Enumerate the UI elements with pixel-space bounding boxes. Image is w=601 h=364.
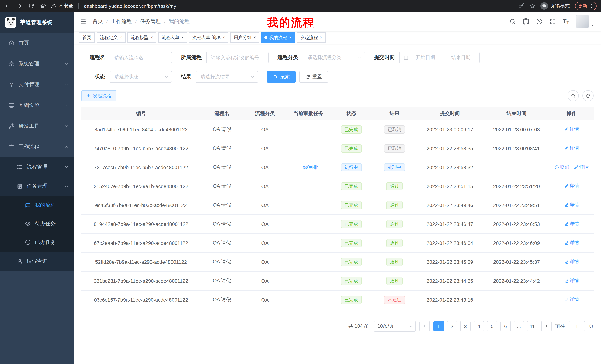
detail-link[interactable]: 详情	[564, 145, 579, 152]
sidebar-item-leave-query[interactable]: 请假查询	[0, 252, 74, 271]
help-icon[interactable]	[536, 18, 543, 25]
caret-down-icon[interactable]	[591, 23, 595, 28]
refresh-icon	[586, 93, 591, 98]
avatar[interactable]	[576, 15, 589, 28]
sidebar-item-task-mgmt[interactable]: 任务管理	[0, 177, 74, 196]
detail-link[interactable]: 详情	[564, 183, 579, 189]
security-chip[interactable]: 不安全	[51, 3, 73, 9]
detail-link[interactable]: 详情	[564, 278, 579, 284]
tab-start-process[interactable]: 发起流程×	[297, 32, 326, 43]
detail-link[interactable]: 详情	[564, 221, 579, 227]
goto-page-input[interactable]	[569, 321, 585, 331]
more-pages-button[interactable]: ...	[514, 321, 524, 331]
tab-process-form-edit[interactable]: 流程表单-编辑×	[189, 32, 229, 43]
forward-button[interactable]	[16, 3, 22, 9]
sidebar-item-label: 待办任务	[35, 220, 56, 227]
close-icon[interactable]: ×	[181, 35, 184, 40]
fullscreen-icon[interactable]	[550, 18, 556, 25]
url-text[interactable]: dashboard.yudao.iocoder.cn/bpm/task/my	[84, 3, 176, 9]
page-button-5[interactable]: 5	[487, 321, 497, 331]
process-id-cell: 3ad174fb-7b9d-11ec-8404-acde48001122	[81, 120, 201, 139]
tab-user-group[interactable]: 用户分组×	[230, 32, 259, 43]
menu-dots-icon[interactable]	[589, 3, 594, 8]
sidebar-item-done-tasks[interactable]: 已办任务	[0, 233, 74, 252]
prev-page-button[interactable]	[419, 321, 430, 331]
edit-icon	[564, 184, 569, 189]
tab-process-definition[interactable]: 流程定义×	[97, 32, 126, 43]
page-button-2[interactable]: 2	[447, 321, 457, 331]
process-def-input[interactable]	[206, 52, 269, 63]
detail-link[interactable]: 详情	[564, 240, 579, 246]
reset-button[interactable]: 重置	[299, 71, 328, 83]
sidebar-item-todo-tasks[interactable]: 待办任务	[0, 214, 74, 233]
category-select[interactable]: 请选择流程分类	[303, 52, 365, 63]
approval-task-link[interactable]: 一级审批	[298, 164, 318, 170]
app-logo[interactable]: 芋道管理系统	[0, 12, 74, 33]
key-icon[interactable]	[518, 3, 524, 9]
submit-time-cell: 2022-01-22 23:43:16	[416, 290, 483, 309]
sidebar-item-system[interactable]: 系统管理	[0, 53, 74, 74]
chevron-left-icon	[422, 324, 427, 328]
end-date-input[interactable]: 结束日期	[446, 54, 475, 61]
tab-home[interactable]: 首页	[79, 32, 95, 43]
breadcrumb-item[interactable]: 任务管理	[140, 18, 161, 25]
page-button-6[interactable]: 6	[500, 321, 511, 331]
back-button[interactable]	[4, 3, 10, 9]
page-size-select[interactable]: 10条/页	[374, 321, 416, 332]
close-icon[interactable]: ×	[222, 35, 225, 40]
page-button-11[interactable]: 11	[527, 321, 538, 331]
update-button[interactable]: 更新	[575, 2, 597, 10]
process-name-cell: OA 请假	[201, 234, 243, 252]
date-range-picker[interactable]: 开始日期 - 结束日期	[399, 52, 480, 63]
bookmark-star-icon[interactable]	[529, 3, 535, 9]
sidebar-item-devtools[interactable]: 研发工具	[0, 116, 74, 136]
toggle-search-button[interactable]	[568, 90, 579, 101]
breadcrumb-item[interactable]: 首页	[92, 18, 103, 25]
detail-link[interactable]: 详情	[574, 164, 589, 171]
detail-link[interactable]: 详情	[564, 297, 579, 303]
page-button-1[interactable]: 1	[433, 321, 444, 331]
refresh-table-button[interactable]	[582, 90, 594, 101]
page-button-3[interactable]: 3	[460, 321, 471, 331]
close-icon[interactable]: ×	[253, 35, 256, 40]
result-tag: 不通过	[384, 296, 405, 304]
tab-my-process[interactable]: 我的流程×	[261, 32, 295, 43]
status-tag: 已完成	[341, 201, 362, 209]
sidebar-item-my-process[interactable]: 我的流程	[0, 196, 74, 214]
process-name-input[interactable]	[110, 52, 172, 63]
close-icon[interactable]: ×	[150, 35, 153, 40]
breadcrumb-item[interactable]: 工作流程	[111, 18, 132, 25]
status-select[interactable]: 请选择状态	[110, 71, 172, 83]
sidebar-item-infrastructure[interactable]: 基础设施	[0, 95, 74, 116]
close-icon[interactable]: ×	[320, 35, 322, 40]
close-icon[interactable]: ×	[289, 35, 291, 40]
sidebar-item-home[interactable]: 首页	[0, 33, 74, 53]
tab-process-form[interactable]: 流程表单×	[158, 32, 187, 43]
sidebar-item-process-mgmt[interactable]: 流程管理	[0, 157, 74, 177]
font-size-icon[interactable]: TT	[563, 19, 569, 25]
detail-link[interactable]: 详情	[564, 126, 579, 133]
start-process-button[interactable]: 发起流程	[81, 90, 116, 101]
current-task-cell	[287, 271, 330, 290]
home-button[interactable]	[40, 3, 46, 9]
hamburger-icon[interactable]	[80, 18, 87, 25]
process-name-cell: OA 请假	[201, 271, 243, 290]
detail-link[interactable]: 详情	[564, 259, 579, 265]
search-button[interactable]: 搜索	[267, 71, 296, 83]
page-button-4[interactable]: 4	[474, 321, 484, 331]
sidebar-item-workflow[interactable]: 工作流程	[0, 136, 74, 157]
result-tag: 处理中	[384, 163, 405, 172]
reload-button[interactable]	[28, 3, 34, 9]
cancel-link[interactable]: 取消	[554, 164, 569, 171]
close-icon[interactable]: ×	[120, 35, 122, 40]
sidebar-item-payment[interactable]: ¥支付管理	[0, 74, 74, 95]
tab-process-model[interactable]: 流程模型×	[127, 32, 156, 43]
search-icon[interactable]	[510, 18, 516, 25]
detail-link[interactable]: 详情	[564, 202, 579, 208]
next-page-button[interactable]	[541, 321, 551, 331]
github-icon[interactable]	[523, 18, 530, 25]
result-select[interactable]: 请选择流结果	[196, 71, 258, 83]
search-icon	[571, 93, 576, 98]
table-row: 7470a810-7b9b-11ec-b5b7-acde48001122OA 请…	[81, 139, 594, 158]
start-date-input[interactable]: 开始日期	[411, 54, 440, 61]
